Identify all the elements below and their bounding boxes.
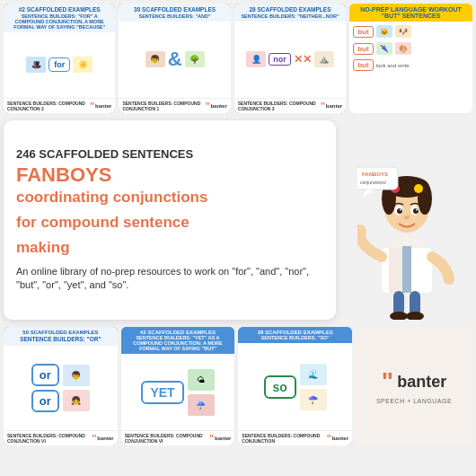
svg-text:FANBOYS: FANBOYS — [362, 172, 388, 177]
and-card-title: SENTENCE BUILDERS: "AND" — [122, 13, 226, 19]
x-marks: ✕✕ — [294, 53, 312, 66]
yet-pics: 🌤 ☔ — [188, 369, 215, 416]
for-banter-logo: '' banter — [90, 101, 111, 111]
main-description: An online library of no-prep resources t… — [16, 265, 323, 293]
or-card[interactable]: 50 SCAFFOLDED EXAMPLES SENTENCE BUILDERS… — [4, 327, 118, 445]
or-tag-2: or — [31, 390, 59, 412]
noprep-header: NO-PREP LANGUAGE WORKOUT "BUT" SENTENCES — [349, 4, 472, 22]
nor-footer-text: SENTENCE BUILDERS: COMPOUND CONJUNCTION … — [238, 101, 321, 111]
yet-card[interactable]: #2 SCAFFOLDED EXAMPLES SENTENCE BUILDERS… — [121, 327, 235, 445]
or-pic-2: 👧 — [63, 390, 90, 411]
nor-banter-logo: '' banter — [321, 101, 342, 111]
so-banter-logo: '' banter — [327, 434, 348, 444]
so-card-content: so 🌊 ☂️ — [238, 343, 352, 430]
main-info-card: 246 SCAFFOLDED SENTENCES FANBOYS coordin… — [4, 120, 336, 320]
or-pic-1: 👦 — [63, 365, 90, 386]
for-card[interactable]: #2 SCAFFOLDED EXAMPLES SENTENCE BUILDERS… — [4, 4, 115, 113]
noprep-content: but 🐱 🐶 but 🌂 🎨 but look and write — [349, 22, 472, 113]
but-pic-1: 🐱 — [376, 25, 392, 38]
or-banter-logo: '' banter — [93, 434, 114, 444]
or-words: or or — [31, 364, 59, 412]
or-card-footer: SENTENCE BUILDERS: COMPOUND CONJUNCTION … — [4, 430, 118, 445]
so-pic-1: 🌊 — [300, 364, 327, 385]
main-title-coord: coordinating conjunctions — [16, 189, 323, 207]
so-card[interactable]: 28 SCAFFOLDED EXAMPLES SENTENCE BUILDERS… — [238, 327, 352, 445]
for-footer-text: SENTENCE BUILDERS: COMPOUND CONJUNCTION … — [7, 101, 90, 111]
page-container: #2 SCAFFOLDED EXAMPLES SENTENCE BUILDERS… — [0, 0, 476, 476]
noprep-title: NO-PREP LANGUAGE WORKOUT — [354, 6, 468, 13]
but-pic-2: 🐶 — [395, 25, 411, 38]
main-title-fanboys: FANBOYS — [16, 164, 323, 186]
yet-tag: YET — [141, 381, 183, 404]
so-pic-2: ☂️ — [300, 389, 327, 410]
svg-rect-2 — [389, 248, 402, 293]
or-card-header: 50 SCAFFOLDED EXAMPLES SENTENCE BUILDERS… — [4, 327, 118, 346]
but-row-1: but 🐱 🐶 — [352, 24, 470, 39]
svg-point-21 — [406, 312, 424, 320]
and-banter-logo: '' banter — [206, 101, 227, 111]
svg-point-13 — [413, 208, 419, 214]
yet-card-content: YET 🌤 ☔ — [121, 354, 235, 430]
or-tag-1: or — [31, 364, 59, 386]
banter-brand-card: " banter SPEECH + LANGUAGE — [356, 327, 472, 445]
banter-brand-sub: SPEECH + LANGUAGE — [376, 398, 452, 404]
nor-card-header: 28 SCAFFOLDED EXAMPLES SENTENCE BUILDERS… — [234, 4, 346, 22]
yet-card-header: #2 SCAFFOLDED EXAMPLES SENTENCE BUILDERS… — [121, 327, 235, 354]
yet-card-footer: SENTENCE BUILDERS: COMPOUND CONJUNCTION … — [121, 430, 235, 445]
svg-point-20 — [390, 312, 408, 320]
so-card-header: 28 SCAFFOLDED EXAMPLES SENTENCE BUILDERS… — [238, 327, 352, 343]
svg-point-14 — [400, 209, 401, 211]
or-count: 50 SCAFFOLDED EXAMPLES — [7, 330, 114, 336]
and-card-footer: SENTENCE BUILDERS: COMPOUND CONJUNCTION … — [119, 98, 230, 113]
scaffold-count: 246 SCAFFOLDED SENTENCES — [16, 147, 323, 161]
character-svg: FANBOYS conjunctions! — [357, 131, 456, 320]
noprep-but-card[interactable]: NO-PREP LANGUAGE WORKOUT "BUT" SENTENCES… — [349, 4, 472, 113]
nor-card-count: 28 SCAFFOLDED EXAMPLES — [238, 6, 342, 13]
main-title-compound: for compound sentence — [16, 214, 323, 232]
ampersand-symbol: & — [168, 48, 182, 71]
svg-point-15 — [416, 209, 418, 211]
noprep-subtitle: "BUT" SENTENCES — [354, 13, 468, 19]
for-card-title: SENTENCE BUILDERS: "FOR" A COMPOUND CONJ… — [7, 13, 111, 30]
but-tag-3: but — [353, 59, 373, 71]
svg-point-9 — [414, 184, 423, 193]
mountain-icon: ⛰️ — [314, 51, 334, 67]
and-card-header: 30 SCAFFOLDED EXAMPLES SENTENCE BUILDERS… — [119, 4, 230, 22]
or-pics: 👦 👧 — [63, 365, 90, 411]
top-row: #2 SCAFFOLDED EXAMPLES SENTENCE BUILDERS… — [0, 0, 476, 117]
sun-icon: ☀️ — [73, 57, 93, 73]
nor-word: nor — [269, 53, 291, 66]
svg-point-16 — [404, 216, 410, 219]
svg-point-12 — [397, 208, 402, 214]
yet-banter-logo: '' banter — [209, 434, 231, 444]
yet-footer-text: SENTENCE BUILDERS: COMPOUND CONJUNCTION … — [125, 433, 210, 444]
for-card-count: #2 SCAFFOLDED EXAMPLES — [7, 6, 111, 13]
but-text: look and write — [376, 63, 410, 68]
so-card-footer: SENTENCE BUILDERS: COMPOUND CONJUNCTION … — [238, 430, 352, 445]
nor-card-content: 👤 nor ✕✕ ⛰️ — [234, 22, 346, 98]
person-icon: 👤 — [246, 51, 266, 67]
yet-pic-2: ☔ — [188, 394, 215, 416]
bottom-row: 50 SCAFFOLDED EXAMPLES SENTENCE BUILDERS… — [0, 323, 476, 449]
svg-rect-3 — [402, 246, 411, 293]
for-card-content: 🎩 for ☀️ — [4, 32, 115, 98]
so-pics: 🌊 ☂️ — [300, 364, 327, 410]
but-pic-3: 🌂 — [376, 42, 392, 55]
nor-card-footer: SENTENCE BUILDERS: COMPOUND CONJUNCTION … — [234, 98, 346, 113]
yet-pic-1: 🌤 — [188, 369, 215, 391]
nor-card[interactable]: 28 SCAFFOLDED EXAMPLES SENTENCE BUILDERS… — [234, 4, 346, 113]
banter-logo-area: " banter — [382, 369, 446, 394]
svg-text:conjunctions!: conjunctions! — [360, 180, 386, 185]
character-area: FANBOYS conjunctions! — [341, 120, 472, 320]
but-tag-1: but — [353, 26, 373, 38]
main-title-making: making — [16, 239, 323, 257]
for-card-footer: SENTENCE BUILDERS: COMPOUND CONJUNCTION … — [4, 98, 115, 113]
for-word-bubble: for — [48, 57, 70, 72]
nor-card-title: SENTENCE BUILDERS: "NEITHER...NOR" — [238, 13, 342, 19]
hat-icon: 🎩 — [26, 57, 46, 73]
but-row-3: but look and write — [352, 58, 470, 72]
and-card[interactable]: 30 SCAFFOLDED EXAMPLES SENTENCE BUILDERS… — [119, 4, 230, 113]
but-tag-2: but — [353, 43, 373, 55]
for-card-header: #2 SCAFFOLDED EXAMPLES SENTENCE BUILDERS… — [4, 4, 115, 32]
banter-quotemark: " — [382, 369, 393, 394]
